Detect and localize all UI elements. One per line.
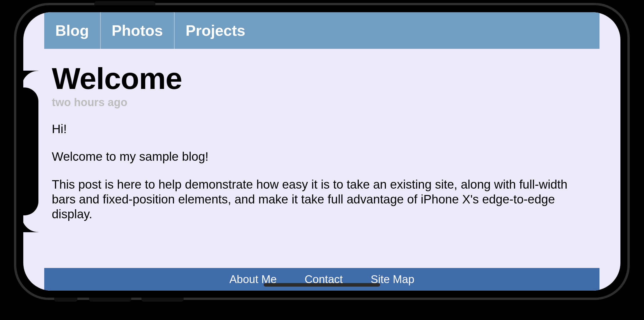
bottom-bar: About Me Contact Site Map [44, 268, 599, 291]
post-timestamp: two hours ago [52, 96, 592, 109]
post: Welcome two hours ago Hi! Welcome to my … [52, 49, 592, 270]
device-screen: Blog Photos Projects Welcome two hours a… [23, 12, 620, 291]
post-title: Welcome [52, 63, 592, 94]
nav-item-projects[interactable]: Projects [175, 12, 256, 49]
post-paragraph: Welcome to my sample blog! [52, 149, 592, 164]
nav-item-photos[interactable]: Photos [101, 12, 175, 49]
volume-up-button [89, 298, 131, 302]
nav-item-blog[interactable]: Blog [44, 12, 101, 49]
device-frame: Blog Photos Projects Welcome two hours a… [14, 3, 630, 300]
side-button [94, 1, 155, 5]
post-paragraph: This post is here to help demonstrate ho… [52, 177, 592, 222]
nav-item-label: Projects [186, 22, 245, 39]
nav-item-label: Blog [55, 22, 89, 39]
post-body: Hi! Welcome to my sample blog! This post… [52, 121, 592, 221]
device-notch [23, 87, 38, 215]
volume-down-button [141, 298, 184, 302]
stage: Blog Photos Projects Welcome two hours a… [0, 0, 644, 320]
post-paragraph: Hi! [52, 121, 592, 136]
top-nav: Blog Photos Projects [44, 12, 599, 49]
home-indicator[interactable] [264, 283, 380, 287]
web-page: Blog Photos Projects Welcome two hours a… [23, 12, 620, 291]
nav-item-label: Photos [112, 22, 163, 39]
ringer-switch [54, 298, 77, 302]
